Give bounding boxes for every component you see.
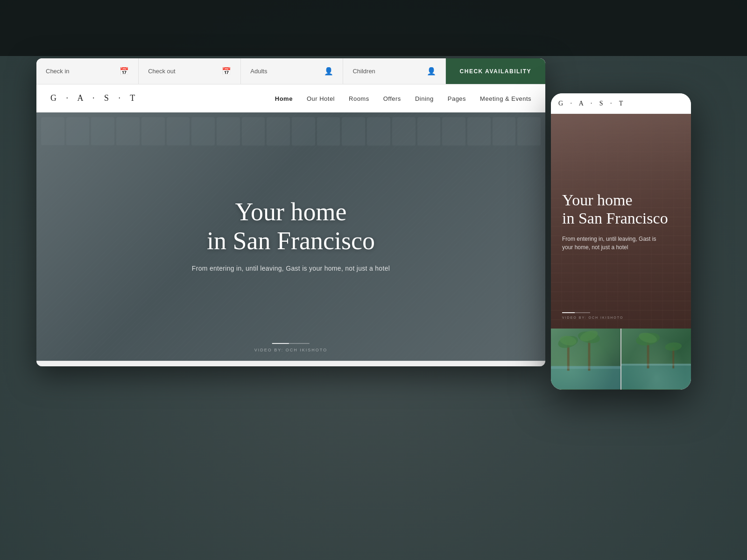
check-in-field[interactable]: Check in 📅 — [36, 58, 139, 84]
mobile-progress-bar — [562, 312, 590, 313]
key — [41, 117, 64, 146]
key — [116, 117, 140, 146]
gallery-item-pool-1 — [551, 329, 620, 390]
nav-item-rooms[interactable]: Rooms — [349, 94, 369, 103]
children-field[interactable]: Children 👤 — [343, 58, 445, 84]
key — [493, 117, 516, 146]
adults-field[interactable]: Adults 👤 — [241, 58, 343, 84]
adults-label: Adults — [250, 68, 320, 75]
check-out-label: Check out — [148, 68, 218, 75]
desktop-hero-progress: VIDEO BY: OCH IKISHOTO — [254, 343, 327, 352]
svg-rect-4 — [588, 338, 590, 371]
desktop-logo: G · A · S · T — [50, 93, 139, 103]
nav-item-home[interactable]: Home — [275, 94, 293, 103]
children-icon: 👤 — [427, 67, 436, 76]
check-out-field[interactable]: Check out 📅 — [139, 58, 241, 84]
nav-link-home[interactable]: Home — [275, 95, 293, 102]
desktop-navbar: G · A · S · T Home Our Hotel Rooms Offer… — [36, 84, 545, 112]
desktop-bottom-bar — [36, 361, 545, 366]
nav-item-pages[interactable]: Pages — [448, 94, 466, 103]
desktop-hero-content: Your homein San Francisco From entering … — [192, 197, 390, 272]
desktop-progress-bar — [272, 343, 310, 344]
key — [191, 117, 215, 146]
mobile-logo: G · A · S · T — [558, 100, 626, 107]
desktop-hero-section: Your homein San Francisco From entering … — [36, 112, 545, 366]
key — [141, 117, 165, 146]
check-in-label: Check in — [46, 68, 116, 75]
mobile-navbar: G · A · S · T — [551, 93, 691, 114]
svg-rect-0 — [551, 366, 620, 389]
children-label: Children — [352, 68, 423, 75]
key — [217, 117, 240, 146]
key — [417, 117, 441, 146]
mobile-phone-mockup: G · A · S · T Your homein San Francisco … — [551, 93, 691, 390]
key — [91, 117, 114, 146]
mobile-video-credit: VIDEO BY: OCH IKISHOTO — [562, 316, 623, 319]
nav-item-offers[interactable]: Offers — [383, 94, 401, 103]
key — [342, 117, 365, 146]
gallery-item-pool-2 — [621, 329, 691, 390]
key — [442, 117, 465, 146]
desktop-progress-fill — [272, 343, 289, 344]
check-availability-button[interactable]: CHECK AVAILABILITY — [446, 58, 545, 84]
key — [242, 117, 265, 146]
mobile-hero-content: Your homein San Francisco From entering … — [562, 191, 680, 252]
nav-link-ourhotel[interactable]: Our Hotel — [307, 95, 335, 102]
mobile-hero-section: Your homein San Francisco From entering … — [551, 114, 691, 329]
mobile-progress: VIDEO BY: OCH IKISHOTO — [562, 312, 623, 319]
nav-link-offers[interactable]: Offers — [383, 95, 401, 102]
calendar-icon-2: 📅 — [222, 67, 231, 76]
calendar-icon: 📅 — [120, 67, 129, 76]
nav-item-meetings[interactable]: Meeting & Events — [480, 94, 531, 103]
mobile-progress-fill — [562, 312, 575, 313]
top-bar — [0, 0, 747, 56]
svg-rect-8 — [621, 364, 691, 389]
key — [292, 117, 315, 146]
key — [167, 117, 190, 146]
key — [267, 117, 290, 146]
nav-link-rooms[interactable]: Rooms — [349, 95, 369, 102]
svg-rect-7 — [551, 366, 620, 369]
nav-link-meetings[interactable]: Meeting & Events — [480, 95, 531, 102]
nav-item-dining[interactable]: Dining — [415, 94, 434, 103]
key — [517, 117, 541, 146]
desktop-browser-mockup: Check in 📅 Check out 📅 Adults 👤 Children… — [36, 58, 545, 366]
desktop-hero-subtitle: From entering in, until leaving, Gast is… — [192, 265, 390, 272]
nav-link-pages[interactable]: Pages — [448, 95, 466, 102]
booking-bar: Check in 📅 Check out 📅 Adults 👤 Children… — [36, 58, 545, 84]
nav-link-dining[interactable]: Dining — [415, 95, 434, 102]
key — [66, 117, 90, 146]
mobile-hero-title: Your homein San Francisco — [562, 191, 680, 227]
desktop-nav-links: Home Our Hotel Rooms Offers Dining Pages… — [275, 94, 531, 103]
key — [392, 117, 416, 146]
key — [467, 117, 491, 146]
svg-point-13 — [665, 342, 682, 351]
person-icon: 👤 — [324, 67, 333, 76]
svg-rect-14 — [621, 364, 691, 365]
mobile-hero-subtitle: From entering in, until leaving, Gast is… — [562, 235, 680, 252]
mobile-gallery — [551, 329, 691, 390]
nav-item-ourhotel[interactable]: Our Hotel — [307, 94, 335, 103]
desktop-hero-title: Your homein San Francisco — [192, 197, 390, 255]
key — [317, 117, 340, 146]
desktop-video-credit: VIDEO BY: OCH IKISHOTO — [254, 348, 327, 352]
key — [367, 117, 390, 146]
